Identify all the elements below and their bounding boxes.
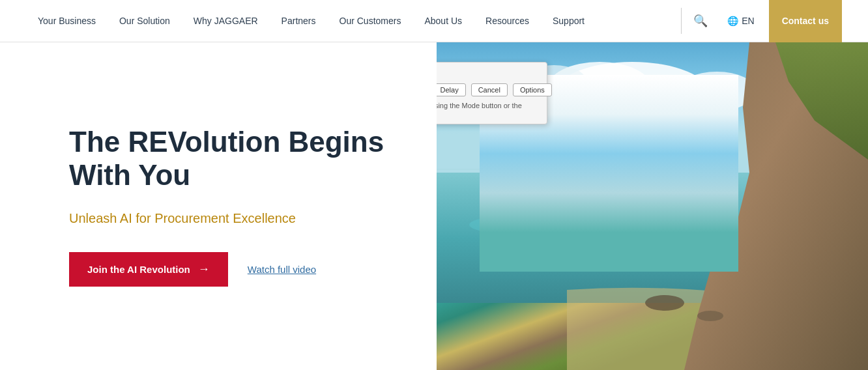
cta-label: Join the AI Revolution [87, 264, 190, 275]
hero-left: The REVolution Begins With You Unleash A… [0, 42, 437, 370]
svg-point-9 [645, 295, 684, 311]
nav-why-jaggaer[interactable]: Why JAGGAER [182, 0, 270, 42]
lang-label: EN [742, 16, 754, 26]
watch-video-link[interactable]: Watch full video [248, 264, 316, 275]
nav-support[interactable]: Support [541, 0, 596, 42]
join-revolution-button[interactable]: Join the AI Revolution → [69, 252, 228, 287]
hero-title: The REVolution Begins With You [69, 126, 398, 192]
globe-icon: 🌐 [727, 16, 738, 26]
snipping-tool-overlay: ✂ ✂ Snipping Tool New Mode Delay Cancel … [437, 62, 547, 124]
nav-items: Your Business Our Solution Why JAGGAER P… [26, 0, 674, 42]
svg-point-3 [639, 78, 730, 124]
svg-point-10 [697, 311, 723, 321]
snipping-options-btn[interactable]: Options [513, 83, 552, 96]
nav-your-business[interactable]: Your Business [26, 0, 108, 42]
nav-our-solution[interactable]: Our Solution [108, 0, 182, 42]
language-selector[interactable]: 🌐 EN [719, 10, 762, 31]
nav-our-customers[interactable]: Our Customers [328, 0, 413, 42]
snipping-delay-btn[interactable]: Delay [437, 83, 466, 96]
snipping-cancel-btn[interactable]: Cancel [471, 83, 508, 96]
nav-right: 🔍 🌐 EN Contact us [688, 0, 842, 42]
search-button[interactable]: 🔍 [688, 8, 713, 33]
snipping-hint-text: Select the snip mode using the Mode butt… [437, 102, 538, 117]
nav-resources[interactable]: Resources [474, 0, 541, 42]
main-content: The REVolution Begins With You Unleash A… [0, 42, 868, 370]
nav-about-us[interactable]: About Us [412, 0, 474, 42]
cta-row: Join the AI Revolution → Watch full vide… [69, 252, 398, 287]
hero-subtitle: Unleash AI for Procurement Excellence [69, 211, 398, 226]
nav-divider [681, 8, 682, 34]
arrow-icon: → [198, 263, 210, 276]
main-nav: Your Business Our Solution Why JAGGAER P… [0, 0, 868, 42]
hero-title-line1: The REVolution Begins [69, 126, 384, 158]
hero-title-line2: With You [69, 159, 190, 191]
hero-image-section: ✂ ✂ Snipping Tool New Mode Delay Cancel … [437, 42, 868, 370]
svg-point-7 [469, 212, 665, 238]
snipping-toolbar: New Mode Delay Cancel Options [437, 83, 538, 96]
contact-button[interactable]: Contact us [769, 0, 842, 42]
search-icon: 🔍 [693, 14, 708, 27]
snipping-title: ✂ ✂ Snipping Tool [437, 69, 538, 78]
nav-partners[interactable]: Partners [270, 0, 328, 42]
